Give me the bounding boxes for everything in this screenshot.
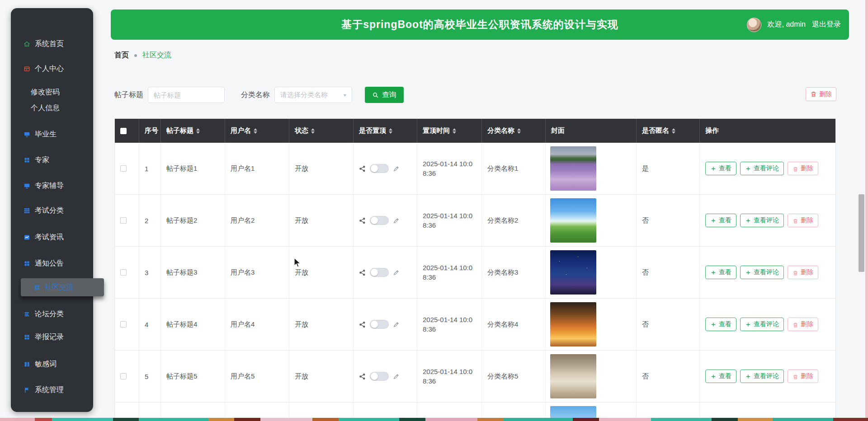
actions-cell: 查看 查看评论 删除 [700,195,835,246]
pencil-icon [393,165,400,172]
sort-caret-icon[interactable] [517,128,521,134]
cover-cell [546,402,637,418]
pin-toggle[interactable] [370,372,389,381]
row-index [139,402,161,418]
view-comments-button[interactable]: 查看评论 [740,162,784,175]
post-title-input[interactable] [148,87,225,103]
row-checkbox[interactable] [120,217,127,224]
view-button[interactable]: 查看 [705,370,736,383]
view-button[interactable]: 查看 [705,214,736,227]
column-header-4[interactable]: 是否置顶 [354,119,417,143]
sidebar-item-10[interactable]: 社区交流 [21,278,104,296]
cover-image[interactable] [550,146,596,191]
view-button[interactable]: 查看 [705,266,736,279]
view-button[interactable]: 查看 [705,318,736,331]
sidebar-item-label: 通知公告 [35,259,64,268]
sidebar-item-7[interactable]: 考试分类 [11,201,93,220]
delete-button[interactable]: 删除 [788,162,818,175]
column-header-9: 操作 [700,119,835,143]
sidebar-item-3[interactable]: 个人信息 [11,99,93,117]
column-header-3[interactable]: 状态 [289,119,354,143]
select-all-checkbox[interactable] [120,128,127,134]
cover-image[interactable] [550,354,596,398]
delete-button[interactable]: 删除 [788,214,818,227]
breadcrumb-home[interactable]: 首页 [114,51,129,60]
column-header-label: 帖子标题 [166,126,193,135]
share-icon [359,217,366,224]
delete-button[interactable]: 删除 [788,370,818,383]
search-button[interactable]: 查询 [365,87,404,103]
row-checkbox[interactable] [120,321,127,327]
profile-card-icon [24,65,30,72]
welcome-text: 欢迎, admin [768,20,806,29]
cover-image[interactable] [550,406,596,418]
column-header-5[interactable]: 置顶时间 [417,119,482,143]
anonymous [637,402,700,418]
bulk-delete-button[interactable]: 删除 [806,87,836,101]
pin-toggle[interactable] [370,164,389,173]
sidebar-item-5[interactable]: 专家 [11,151,93,169]
delete-button[interactable]: 删除 [788,318,818,331]
sort-caret-icon[interactable] [389,128,392,134]
breadcrumb-current: 社区交流 [142,51,171,60]
sort-caret-icon[interactable] [453,128,456,134]
view-comments-button[interactable]: 查看评论 [740,318,784,331]
sidebar-item-13[interactable]: 敏感词 [11,355,93,373]
row-checkbox-cell [115,351,139,402]
view-comments-button[interactable]: 查看评论 [740,370,784,383]
plus-icon [710,373,717,379]
user-avatar[interactable] [747,18,761,32]
pin-toggle[interactable] [370,216,389,225]
sidebar-item-0[interactable]: 系统首页 [11,35,93,53]
sidebar-item-4[interactable]: 毕业生 [11,125,93,143]
column-header-0: 序号 [139,119,161,143]
sort-caret-icon[interactable] [672,128,675,134]
screen-edge-artifact-bottom [0,418,868,421]
vertical-scrollbar[interactable] [859,194,864,272]
sidebar-item-12[interactable]: 举报记录 [11,328,93,346]
pin-toggle[interactable] [370,320,389,329]
sidebar-item-label: 个人信息 [31,103,60,113]
home-icon [24,41,30,47]
category-select[interactable]: 请选择分类名称 ▾ [274,87,352,103]
sidebar-item-label: 毕业生 [35,130,57,139]
category: 分类名称3 [482,247,546,298]
sidebar-item-9[interactable]: 通知公告 [11,254,93,272]
sidebar-item-1[interactable]: 个人中心 [11,60,93,78]
pin-toggle[interactable] [370,268,389,277]
actions-cell [700,402,835,418]
sort-caret-icon[interactable] [196,128,200,134]
post-title: 帖子标题4 [161,299,225,350]
trash-icon [793,270,798,276]
sidebar-item-8[interactable]: 考试资讯 [11,228,93,246]
sort-caret-icon[interactable] [254,128,257,134]
delete-button[interactable]: 删除 [788,266,818,279]
view-comments-button[interactable]: 查看评论 [740,214,784,227]
sort-caret-icon[interactable] [311,128,315,134]
sidebar-item-14[interactable]: 系统管理 [11,381,93,399]
sidebar-item-11[interactable]: 论坛分类 [11,305,93,323]
column-header-6[interactable]: 分类名称 [482,119,546,143]
sidebar-item-2[interactable]: 修改密码 [11,83,93,101]
cover-image[interactable] [550,302,596,346]
pin-time: 2025-01-14 10:08:36 [417,299,482,350]
plus-icon [710,321,717,327]
view-comments-button[interactable]: 查看评论 [740,266,784,279]
row-index: 1 [139,143,161,194]
row-checkbox[interactable] [120,373,127,379]
screen-edge-artifact-right [865,0,868,421]
cover-image[interactable] [550,250,596,295]
logout-link[interactable]: 退出登录 [812,20,841,29]
username: 用户名5 [225,351,289,402]
plus-icon [745,373,751,379]
column-header-2[interactable]: 用户名 [225,119,289,143]
row-checkbox[interactable] [120,269,127,276]
row-checkbox[interactable] [120,165,127,172]
sidebar-item-6[interactable]: 专家辅导 [11,177,93,195]
view-button[interactable]: 查看 [705,162,736,175]
sidebar-item-label: 举报记录 [35,332,64,342]
column-header-1[interactable]: 帖子标题 [161,119,225,143]
row-checkbox-cell [115,402,139,418]
column-header-8[interactable]: 是否匿名 [637,119,700,143]
cover-image[interactable] [550,198,596,243]
